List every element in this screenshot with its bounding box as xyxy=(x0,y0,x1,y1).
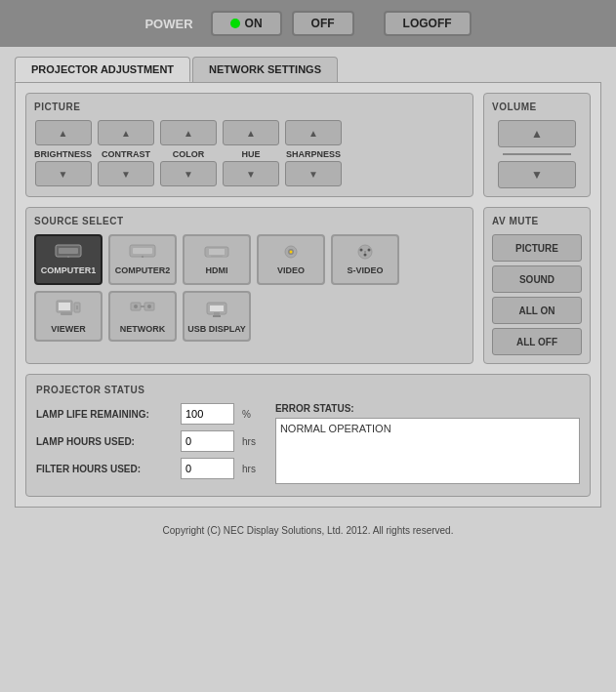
computer1-label: COMPUTER1 xyxy=(41,265,97,275)
svg-rect-21 xyxy=(74,303,80,312)
power-on-button[interactable]: ON xyxy=(211,11,282,36)
on-label: ON xyxy=(245,17,263,30)
avmute-controls: PICTURE SOUND ALL ON ALL OFF xyxy=(492,234,582,355)
avmute-panel: AV MUTE PICTURE SOUND ALL ON ALL OFF xyxy=(483,207,591,364)
usb-icon-svg xyxy=(203,299,230,318)
svg-point-12 xyxy=(290,251,293,254)
hdmi-icon-svg xyxy=(203,244,230,260)
color-control: ▲ COLOR ▼ xyxy=(160,120,217,186)
picture-controls: ▲ BRIGHTNESS ▼ ▲ CONTRAST ▼ ▲ COLOR xyxy=(34,120,465,186)
brightness-up-button[interactable]: ▲ xyxy=(35,120,92,145)
power-off-button[interactable]: OFF xyxy=(292,11,354,36)
svg-rect-8 xyxy=(207,255,211,257)
error-status-box[interactable]: NORMAL OPERATION xyxy=(275,418,580,484)
source-usbdisplay-button[interactable]: USB DISPLAY xyxy=(183,291,251,342)
svg-rect-1 xyxy=(59,248,78,254)
lamp-life-row: LAMP LIFE REMAINING: % xyxy=(36,403,256,425)
vga-icon-svg xyxy=(55,244,82,260)
svideo-icon-svg xyxy=(351,244,379,260)
volume-controls: ▲ ▼ xyxy=(492,120,582,188)
network-icon-svg xyxy=(129,299,156,318)
svg-rect-9 xyxy=(223,255,226,257)
network-label: NETWORK xyxy=(120,324,166,334)
main-content: PROJECTOR ADJUSTMENT NETWORK SETTINGS PI… xyxy=(0,47,616,517)
tab-network-settings[interactable]: NETWORK SETTINGS xyxy=(192,57,338,82)
lamp-life-unit: % xyxy=(242,409,251,420)
filter-hours-unit: hrs xyxy=(242,464,256,474)
svg-rect-30 xyxy=(210,305,224,311)
status-inner: LAMP LIFE REMAINING: % LAMP HOURS USED: … xyxy=(36,403,580,486)
source-video-button[interactable]: VIDEO xyxy=(257,234,325,285)
picture-title: PICTURE xyxy=(34,102,465,112)
filter-hours-label: FILTER HOURS USED: xyxy=(36,464,173,474)
tab-projector-adjustment[interactable]: PROJECTOR ADJUSTMENT xyxy=(15,57,190,82)
contrast-down-button[interactable]: ▼ xyxy=(98,161,154,186)
filter-hours-input[interactable] xyxy=(181,458,234,479)
sharpness-down-button[interactable]: ▼ xyxy=(285,161,342,186)
svideo-icon xyxy=(351,244,379,263)
power-label: POWER xyxy=(144,17,192,31)
source-network-button[interactable]: NETWORK xyxy=(108,291,177,342)
status-panel: PROJECTOR STATUS LAMP LIFE REMAINING: % … xyxy=(25,374,591,497)
lamp-life-input[interactable] xyxy=(181,403,234,425)
computer2-label: COMPUTER2 xyxy=(115,265,171,275)
avmute-alloff-button[interactable]: ALL OFF xyxy=(492,328,582,355)
avmute-sound-button[interactable]: SOUND xyxy=(492,265,582,293)
logoff-button[interactable]: LOGOFF xyxy=(384,11,472,36)
footer-text: Copyright (C) NEC Display Solutions, Ltd… xyxy=(163,525,454,536)
sharpness-up-button[interactable]: ▲ xyxy=(285,120,342,145)
source-hdmi-button[interactable]: HDMI xyxy=(183,234,251,285)
brightness-down-button[interactable]: ▼ xyxy=(35,161,92,186)
top-bar: POWER ON OFF LOGOFF xyxy=(0,0,616,47)
hdmi-label: HDMI xyxy=(206,265,228,275)
color-up-button[interactable]: ▲ xyxy=(160,120,217,145)
usbdisplay-icon xyxy=(203,299,230,321)
source-svideo-button[interactable]: S-VIDEO xyxy=(331,234,399,285)
power-led xyxy=(230,19,240,28)
video-label: VIDEO xyxy=(277,265,305,275)
computer2-icon xyxy=(129,244,156,263)
volume-up-button[interactable]: ▲ xyxy=(498,120,576,147)
hue-down-button[interactable]: ▼ xyxy=(223,161,279,186)
hue-up-button[interactable]: ▲ xyxy=(223,120,279,145)
source-computer1-button[interactable]: COMPUTER1 xyxy=(34,234,103,285)
row-picture-volume: PICTURE ▲ BRIGHTNESS ▼ ▲ CONTRAST ▼ xyxy=(25,93,591,197)
svg-point-17 xyxy=(364,251,366,253)
viewer-icon-svg xyxy=(55,299,82,318)
svg-rect-19 xyxy=(59,303,70,310)
svg-point-5 xyxy=(142,256,144,258)
row-source-avmute: SOURCE SELECT COMPUTER1 xyxy=(25,207,591,364)
usbdisplay-label: USB DISPLAY xyxy=(187,324,246,334)
picture-panel: PICTURE ▲ BRIGHTNESS ▼ ▲ CONTRAST ▼ xyxy=(25,93,473,197)
sharpness-label: SHARPNESS xyxy=(286,149,341,159)
video-icon-svg xyxy=(277,244,305,260)
avmute-allon-button[interactable]: ALL ON xyxy=(492,297,582,324)
svideo-label: S-VIDEO xyxy=(347,265,383,275)
lamp-hours-input[interactable] xyxy=(181,430,234,452)
color-down-button[interactable]: ▼ xyxy=(160,161,217,186)
avmute-title: AV MUTE xyxy=(492,216,582,226)
brightness-label: BRIGHTNESS xyxy=(34,149,92,159)
source-title: SOURCE SELECT xyxy=(34,216,465,226)
error-section: ERROR STATUS: NORMAL OPERATION xyxy=(275,403,580,486)
volume-down-button[interactable]: ▼ xyxy=(498,161,576,188)
source-computer2-button[interactable]: COMPUTER2 xyxy=(108,234,177,285)
avmute-picture-button[interactable]: PICTURE xyxy=(492,234,582,262)
network-icon xyxy=(129,299,156,321)
volume-divider xyxy=(503,153,571,155)
contrast-up-button[interactable]: ▲ xyxy=(98,120,154,145)
sharpness-control: ▲ SHARPNESS ▼ xyxy=(285,120,342,186)
vga2-icon-svg xyxy=(129,244,156,260)
svg-rect-20 xyxy=(61,312,72,315)
lamp-hours-unit: hrs xyxy=(242,436,256,447)
svg-rect-31 xyxy=(214,312,220,315)
svg-point-2 xyxy=(67,256,69,258)
hdmi-icon xyxy=(203,244,230,263)
volume-title: VOLUME xyxy=(492,102,582,112)
lamp-hours-row: LAMP HOURS USED: hrs xyxy=(36,430,256,452)
svg-rect-7 xyxy=(209,249,225,255)
svg-point-16 xyxy=(364,254,367,257)
hue-label: HUE xyxy=(242,149,261,159)
source-viewer-button[interactable]: VIEWER xyxy=(34,291,103,342)
status-title: PROJECTOR STATUS xyxy=(36,385,580,395)
